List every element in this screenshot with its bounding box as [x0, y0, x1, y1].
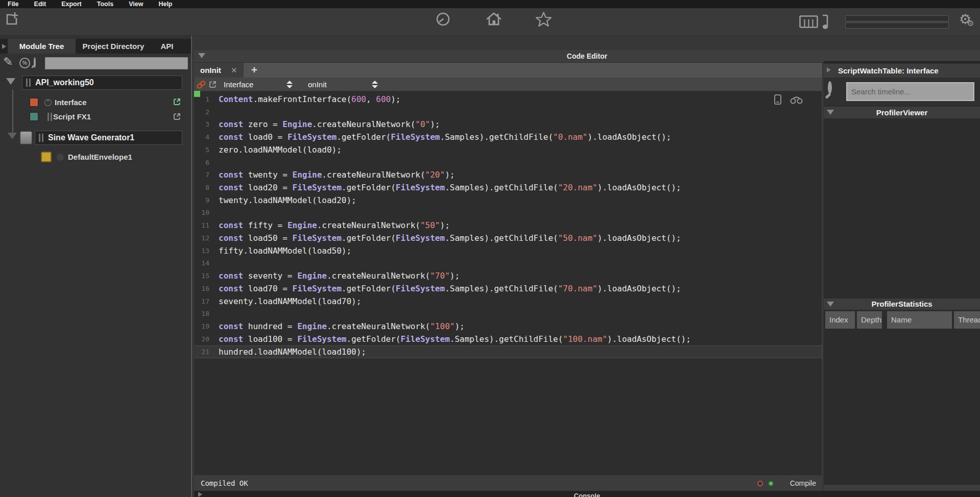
execution-indicator: [194, 91, 200, 97]
keyboard-icon[interactable]: [799, 15, 818, 28]
menu-item-view[interactable]: View: [129, 1, 143, 8]
drag-handle-icon: [26, 79, 31, 87]
collapse-arrow-icon[interactable]: [8, 133, 17, 139]
code-line[interactable]: 2: [194, 106, 822, 119]
profilerstatistics-header[interactable]: ProfilerStatistics: [824, 299, 980, 310]
timeline-search-input[interactable]: [846, 82, 974, 101]
callback-owner-select[interactable]: Interface: [224, 78, 253, 91]
binoculars-search-icon[interactable]: [790, 95, 803, 104]
code-line[interactable]: 3const zero = Engine.createNeuralNetwork…: [194, 118, 822, 131]
code-line[interactable]: 13fifty.loadNAMModel(load50);: [194, 245, 822, 258]
code-line[interactable]: 9twenty.loadNAMModel(load20);: [194, 194, 822, 207]
collapse-arrow-icon[interactable]: [827, 302, 834, 307]
line-number: 15: [194, 270, 216, 283]
tree-item-default-envelope1[interactable]: DefaultEnvelope1: [68, 153, 132, 161]
generator-module-color-swatch[interactable]: [19, 131, 33, 145]
code-line[interactable]: 15const seventy = Engine.createNeuralNet…: [194, 270, 822, 283]
compile-button[interactable]: Compile: [790, 475, 816, 491]
home-icon[interactable]: [485, 11, 503, 27]
tree-item-interface[interactable]: Interface: [55, 98, 87, 107]
code-line[interactable]: 10: [194, 207, 822, 219]
ok-led-icon: [768, 481, 774, 486]
module-search-input[interactable]: [45, 57, 188, 69]
line-number: 6: [194, 157, 216, 169]
code-line[interactable]: 12const load50 = FileSystem.getFolder(Fi…: [194, 232, 822, 245]
add-tab-button[interactable]: +: [248, 63, 260, 77]
settings-gear-icon[interactable]: ⚙⚙: [959, 12, 971, 26]
code-editor-tabbar: onInit ✕ +: [194, 63, 822, 78]
note-icon[interactable]: [820, 13, 831, 30]
code-line[interactable]: 14: [194, 257, 822, 270]
menu-item-export[interactable]: Export: [61, 1, 82, 8]
menu-item-file[interactable]: File: [8, 1, 19, 8]
master-meter-top[interactable]: [845, 15, 949, 21]
menu-item-edit[interactable]: Edit: [34, 1, 46, 8]
tree-item-api-working50[interactable]: API_working50: [22, 76, 182, 90]
new-project-icon[interactable]: [5, 11, 19, 27]
line-number: 20: [194, 333, 216, 346]
code-line[interactable]: 16const load70 = FileSystem.getFolder(Fi…: [194, 283, 822, 295]
history-icon[interactable]: [436, 12, 450, 27]
panel-fold-icon[interactable]: [2, 44, 6, 49]
link-chain-icon[interactable]: [196, 80, 206, 90]
code-line[interactable]: 20const load100 = FileSystem.getFolder(F…: [194, 333, 822, 346]
tree-item-sine-wave-generator1[interactable]: Sine Wave Generator1: [35, 131, 182, 145]
scriptwatchtable-header[interactable]: ScriptWatchTable: Interface: [824, 64, 980, 78]
code-line[interactable]: 11const fifty = Engine.createNeuralNetwo…: [194, 219, 822, 232]
line-number: 2: [194, 106, 216, 119]
code-line[interactable]: 1Content.makeFrontInterface(600, 600);: [194, 93, 822, 106]
callback-select[interactable]: onInit: [308, 78, 327, 91]
code-line[interactable]: 7const twenty = Engine.createNeuralNetwo…: [194, 169, 822, 182]
left-panel: Module Tree Project Directory API ✎ % AP…: [0, 36, 192, 497]
chevron-updown-icon[interactable]: [372, 81, 378, 88]
panel-resize-strip[interactable]: [824, 485, 980, 491]
code-line[interactable]: 18: [194, 308, 822, 320]
code-line[interactable]: 17seventy.loadNAMModel(load70);: [194, 295, 822, 308]
collapse-arrow-icon[interactable]: [6, 78, 15, 85]
col-name[interactable]: Name: [887, 311, 952, 329]
code-line[interactable]: 5zero.loadNAMModel(load0);: [194, 144, 822, 157]
code-text: seventy.loadNAMModel(load70);: [219, 295, 361, 308]
line-number: 10: [194, 207, 216, 219]
master-meter-bottom[interactable]: [845, 22, 949, 29]
open-in-window-icon-gray[interactable]: [173, 112, 181, 121]
scriptfx-module-color-swatch[interactable]: [29, 112, 39, 121]
file-icon[interactable]: [774, 94, 781, 105]
panel-fold-icon[interactable]: [827, 67, 831, 72]
tree-item-script-fx1[interactable]: Script FX1: [53, 112, 91, 121]
edit-pencil-icon[interactable]: ✎: [3, 56, 13, 68]
chevron-updown-icon[interactable]: [286, 81, 293, 88]
bypass-percent-icon[interactable]: %: [19, 58, 30, 68]
favorite-star-icon[interactable]: [535, 11, 552, 27]
code-area[interactable]: 1Content.makeFrontInterface(600, 600);23…: [194, 91, 822, 475]
menu-item-tools[interactable]: Tools: [97, 1, 113, 8]
watch-search-row: [824, 78, 980, 106]
profilerviewer-title: ProfilerViewer: [876, 108, 928, 117]
code-line[interactable]: 8const load20 = FileSystem.getFolder(Fil…: [194, 182, 822, 194]
tab-module-tree[interactable]: Module Tree: [8, 39, 76, 54]
hise-window: File Edit Export Tools View Help ⚙⚙: [0, 0, 980, 497]
popout-editor-icon[interactable]: [208, 80, 217, 89]
code-line[interactable]: 19const hundred = Engine.createNeuralNet…: [194, 320, 822, 333]
col-index[interactable]: Index: [825, 311, 855, 329]
col-thread[interactable]: Thread: [954, 311, 980, 329]
search-icon[interactable]: [34, 57, 36, 68]
tab-api[interactable]: API: [151, 39, 183, 54]
envelope-module-color-swatch[interactable]: [41, 152, 52, 162]
menu-item-help[interactable]: Help: [158, 1, 172, 8]
code-line[interactable]: 4const load0 = FileSystem.getFolder(File…: [194, 131, 822, 144]
drag-handle-icon: [39, 134, 43, 142]
code-line[interactable]: 21hundred.loadNAMModel(load100);: [194, 345, 822, 358]
open-in-window-icon-green[interactable]: [173, 97, 181, 106]
tab-project-directory[interactable]: Project Directory: [76, 39, 151, 54]
error-led-icon: [757, 481, 763, 486]
interface-module-color-swatch[interactable]: [29, 97, 39, 107]
code-line[interactable]: 6: [194, 157, 822, 169]
collapse-arrow-icon[interactable]: [827, 110, 834, 115]
line-number: 7: [194, 169, 216, 182]
console-panel-header[interactable]: Console: [194, 491, 980, 497]
close-tab-icon[interactable]: ✕: [231, 63, 237, 78]
profilerstatistics-title: ProfilerStatistics: [871, 300, 932, 308]
profilerviewer-header[interactable]: ProfilerViewer: [824, 107, 980, 118]
col-depth[interactable]: Depth: [857, 311, 882, 329]
